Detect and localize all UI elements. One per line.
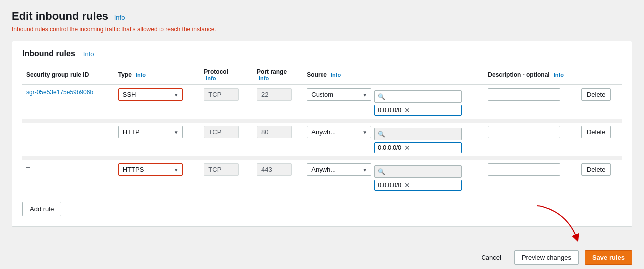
type-select-wrapper: HTTPS ▼ <box>118 163 183 176</box>
source-info-link[interactable]: Info <box>331 72 341 78</box>
delete-button[interactable]: Delete <box>581 126 611 138</box>
port-input <box>257 88 292 101</box>
protocol-input <box>204 126 239 138</box>
description-input[interactable] <box>488 88 560 101</box>
th-action <box>577 65 622 85</box>
delete-button[interactable]: Delete <box>581 88 611 101</box>
source-select[interactable]: Anywh... <box>307 163 371 176</box>
cancel-button[interactable]: Cancel <box>474 251 508 264</box>
th-port: Port range Info <box>253 65 303 85</box>
type-select-wrapper: SSH ▼ <box>118 88 183 101</box>
source-select[interactable]: Anywh... <box>307 126 371 138</box>
rule-id-link[interactable]: sgr-05e53e175e59b906b <box>26 89 93 96</box>
description-input[interactable] <box>488 163 560 176</box>
type-info-link[interactable]: Info <box>136 72 146 78</box>
source-tag-value: 0.0.0.0/0 <box>378 182 401 189</box>
source-search-icon: 🔍 <box>378 168 385 175</box>
source-search-input[interactable] <box>374 165 462 178</box>
footer-wrapper: Cancel Preview changes Save rules <box>0 245 644 269</box>
source-search-wrapper: 🔍 <box>374 128 462 140</box>
type-select[interactable]: SSH <box>118 88 183 101</box>
source-search-icon: 🔍 <box>378 131 385 138</box>
rules-table: Security group rule ID Type Info Protoco… <box>22 65 622 194</box>
port-input <box>257 163 292 176</box>
source-right: 🔍 0.0.0.0/0 ✕ <box>374 163 462 191</box>
table-row: sgr-05e53e175e59b906b SSH ▼ Custom ▼ 🔍 <box>22 85 622 121</box>
type-select[interactable]: HTTP <box>118 126 183 138</box>
protocol-info-link[interactable]: Info <box>206 75 216 81</box>
source-tag: 0.0.0.0/0 ✕ <box>374 142 462 153</box>
description-input[interactable] <box>488 126 560 138</box>
source-select-wrapper: Anywh... ▼ <box>307 126 371 138</box>
source-select-wrapper: Anywh... ▼ <box>307 163 371 176</box>
source-tag-value: 0.0.0.0/0 <box>378 107 401 114</box>
panel-header: Inbound rules Info <box>22 49 622 58</box>
source-search-input[interactable] <box>374 90 462 103</box>
page-subtitle: Inbound rules control the incoming traff… <box>12 26 632 33</box>
preview-changes-button[interactable]: Preview changes <box>514 250 579 265</box>
desc-info-link[interactable]: Info <box>554 72 564 78</box>
add-rule-button[interactable]: Add rule <box>22 202 61 216</box>
rule-id-dash: – <box>26 126 30 133</box>
page-info-link[interactable]: Info <box>114 14 125 21</box>
delete-button[interactable]: Delete <box>581 163 611 176</box>
panel-info-link[interactable]: Info <box>83 50 94 58</box>
th-source: Source Info <box>303 65 484 85</box>
rule-id-dash: – <box>26 163 30 171</box>
source-select-wrapper: Custom ▼ <box>307 88 371 101</box>
source-col: Anywh... ▼ 🔍 0.0.0.0/0 ✕ <box>307 126 480 153</box>
th-type: Type Info <box>114 65 200 85</box>
source-right: 🔍 0.0.0.0/0 ✕ <box>374 88 462 116</box>
source-search-input[interactable] <box>374 128 462 140</box>
panel-title: Inbound rules <box>22 49 75 58</box>
source-col: Custom ▼ 🔍 0.0.0.0/0 ✕ <box>307 88 480 116</box>
table-row: – HTTPS ▼ Anywh... ▼ 🔍 <box>22 158 622 194</box>
port-input <box>257 126 292 138</box>
table-row: – HTTP ▼ Anywh... ▼ 🔍 <box>22 121 622 158</box>
source-tag: 0.0.0.0/0 ✕ <box>374 105 462 116</box>
tag-remove-button[interactable]: ✕ <box>404 144 410 151</box>
protocol-input <box>204 88 239 101</box>
th-rule-id: Security group rule ID <box>22 65 114 85</box>
source-col: Anywh... ▼ 🔍 0.0.0.0/0 ✕ <box>307 163 480 191</box>
inbound-rules-panel: Inbound rules Info Security group rule I… <box>12 41 632 227</box>
type-select-wrapper: HTTP ▼ <box>118 126 183 138</box>
page-title: Edit inbound rules <box>12 10 108 22</box>
save-rules-button[interactable]: Save rules <box>585 250 632 265</box>
source-select[interactable]: Custom <box>307 88 371 101</box>
source-right: 🔍 0.0.0.0/0 ✕ <box>374 126 462 153</box>
footer-bar: Cancel Preview changes Save rules <box>0 245 644 269</box>
source-search-wrapper: 🔍 <box>374 165 462 178</box>
th-protocol: Protocol Info <box>200 65 253 85</box>
tag-remove-button[interactable]: ✕ <box>404 182 410 189</box>
source-tag: 0.0.0.0/0 ✕ <box>374 180 462 191</box>
type-select[interactable]: HTTPS <box>118 163 183 176</box>
th-description: Description - optional Info <box>484 65 577 85</box>
port-info-link[interactable]: Info <box>259 75 269 81</box>
protocol-input <box>204 163 239 176</box>
source-tag-value: 0.0.0.0/0 <box>378 144 401 151</box>
source-search-icon: 🔍 <box>378 93 385 100</box>
tag-remove-button[interactable]: ✕ <box>404 107 410 114</box>
source-search-wrapper: 🔍 <box>374 90 462 103</box>
